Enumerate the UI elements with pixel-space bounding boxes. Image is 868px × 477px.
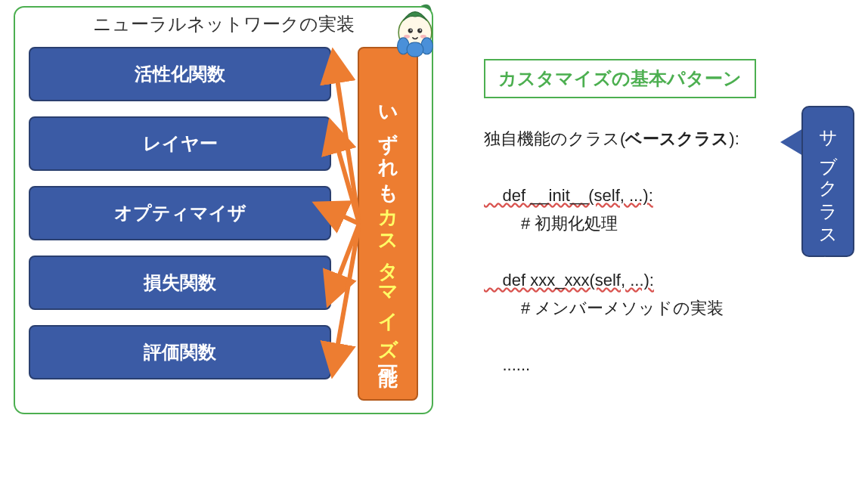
code-line-blank3 [484, 323, 801, 351]
code-line-1: 独自機能のクラス(ベースクラス): [484, 125, 801, 153]
item-eval-function: 評価関数 [29, 325, 331, 379]
code-line-6: ...... [484, 351, 801, 379]
pillar-text-post: 可能 [377, 349, 399, 355]
arrow-to-loss [336, 224, 359, 283]
code-line-2: def __init__(self, ...): [484, 181, 801, 209]
left-panel-title: ニューラルネットワークの実装 [15, 12, 432, 36]
pillar-text-pre: いずれも [377, 93, 399, 196]
blue-items-list: 活性化関数 レイヤー オプティマイザ 損失関数 評価関数 [29, 47, 331, 379]
svg-rect-10 [407, 42, 423, 57]
svg-point-2 [408, 28, 413, 33]
svg-point-5 [420, 29, 421, 31]
arrow-to-activation [336, 74, 359, 224]
item-activation-function: 活性化関数 [29, 47, 331, 101]
svg-point-4 [411, 29, 412, 31]
item-layer: レイヤー [29, 116, 331, 171]
arrow-to-eval [336, 224, 359, 352]
right-title-box: カスタマイズの基本パターン [484, 59, 756, 98]
code-line-blank1 [484, 153, 801, 181]
mascot-icon [386, 0, 445, 59]
code-pattern-block: 独自機能のクラス(ベースクラス): def __init__(self, ...… [484, 125, 801, 379]
arrow-to-layer [336, 144, 359, 224]
item-optimizer: オプティマイザ [29, 186, 331, 240]
pillar-text-highlight: カスタマイズ [377, 196, 399, 349]
left-panel: ニューラルネットワークの実装 活性化関数 レイヤー オプティマイザ 損失関数 評… [14, 6, 433, 414]
code-line-5: # メンバーメソッドの実装 [484, 294, 801, 322]
item-loss-function: 損失関数 [29, 256, 331, 310]
code-line-3: # 初期化処理 [484, 209, 801, 237]
callout-pointer-icon [780, 129, 803, 156]
pillar-customizable: いずれもカスタマイズ可能 [358, 47, 418, 401]
callout-body: サブクラス化 [801, 106, 854, 257]
arrow-to-optimizer [336, 213, 359, 224]
code-line-blank2 [484, 238, 801, 266]
code-line-4: def xxx_xxx(self, ...): [484, 266, 801, 294]
svg-point-3 [417, 28, 422, 33]
subclass-callout: サブクラス化 [779, 106, 854, 257]
right-title-text: カスタマイズの基本パターン [498, 67, 742, 91]
callout-text: サブクラス化 [816, 117, 840, 246]
